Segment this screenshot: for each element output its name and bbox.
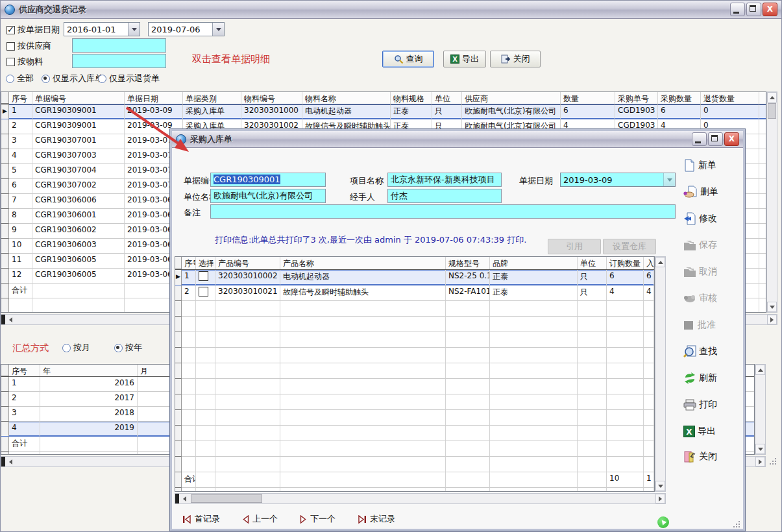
dialog-maximize-button[interactable]: [708, 132, 723, 146]
column-header[interactable]: 单据类别: [183, 92, 241, 104]
project-input[interactable]: 北京永新环保-新奥科技项目: [387, 173, 502, 187]
sidebar-save-button[interactable]: 保存: [683, 237, 743, 254]
view-returns-radio[interactable]: [98, 75, 106, 83]
summary-vscrollbar[interactable]: [755, 364, 766, 455]
sidebar-audit-button[interactable]: 审核: [683, 290, 743, 307]
doc-date-combo[interactable]: 2019-03-09: [560, 173, 676, 187]
row-selector[interactable]: ▶: [1, 104, 9, 119]
scroll-left-button[interactable]: [180, 494, 189, 503]
unit-input[interactable]: 欧施耐电气(北京)有限公司: [210, 189, 326, 203]
column-header[interactable]: 序号: [182, 257, 196, 269]
table-row[interactable]: ▶1320303010002电动机起动器NS2-25 0.1正泰只66: [175, 270, 654, 285]
row-selector[interactable]: [1, 392, 9, 407]
row-selector[interactable]: [1, 269, 9, 284]
date-from-dropdown-button[interactable]: [128, 23, 140, 36]
filter-by-date-checkbox[interactable]: [6, 26, 15, 34]
export-button[interactable]: X 导出: [443, 51, 486, 67]
row-selector[interactable]: [1, 239, 9, 254]
column-header[interactable]: 数量: [561, 92, 615, 104]
row-selector[interactable]: [1, 422, 9, 437]
products-table[interactable]: 序号选择产品编号产品名称规格型号品牌单位订购数量入 ▶1320303010002…: [175, 256, 655, 492]
column-header[interactable]: 品牌: [490, 257, 578, 269]
column-header[interactable]: 产品名称: [280, 257, 446, 269]
scroll-thumb[interactable]: [768, 103, 776, 119]
row-selector[interactable]: [1, 119, 9, 134]
dialog-close-button[interactable]: X: [724, 132, 739, 146]
date-to-dropdown-button[interactable]: [212, 23, 224, 36]
supplier-input[interactable]: [72, 38, 166, 53]
row-selector[interactable]: [1, 224, 9, 239]
column-header[interactable]: 序号: [9, 92, 32, 104]
view-all-radio[interactable]: [6, 75, 14, 83]
window-resize-grip[interactable]: [769, 457, 777, 465]
column-header[interactable]: 采购单号: [615, 92, 658, 104]
sidebar-modify-button[interactable]: 修改: [683, 210, 743, 227]
column-header[interactable]: 物料名称: [302, 92, 391, 104]
column-header[interactable]: 产品编号: [215, 257, 280, 269]
sidebar-print-button[interactable]: 打印: [683, 396, 743, 413]
products-vscrollbar[interactable]: [655, 256, 666, 492]
column-header[interactable]: 供应商: [462, 92, 561, 104]
column-header[interactable]: 入: [644, 257, 654, 269]
table-row[interactable]: 2320303010021故障信号及瞬时辅助触头NS2-FA1010正泰只44: [175, 285, 654, 301]
row-selector[interactable]: [175, 472, 182, 488]
nav-last-button[interactable]: 末记录: [358, 513, 395, 525]
nav-prev-button[interactable]: 上一个: [242, 513, 278, 525]
column-header[interactable]: 选择: [196, 257, 215, 269]
summary-by-month-radio[interactable]: [62, 344, 71, 352]
row-selector[interactable]: [1, 179, 9, 194]
row-selector[interactable]: [1, 209, 9, 224]
nav-next-button[interactable]: 下一个: [300, 513, 336, 525]
scroll-up-button[interactable]: [767, 92, 777, 103]
row-selector[interactable]: ▶: [175, 270, 182, 285]
nav-first-button[interactable]: 首记录: [182, 513, 220, 525]
column-header[interactable]: 序号: [9, 365, 40, 376]
products-hscrollbar[interactable]: [175, 493, 666, 504]
sidebar-new-button[interactable]: 新单: [683, 157, 743, 174]
close-button[interactable]: X: [763, 3, 777, 16]
row-checkbox[interactable]: [199, 271, 208, 281]
scroll-thumb[interactable]: [191, 494, 262, 503]
dialog-minimize-button[interactable]: [692, 132, 707, 146]
table-row[interactable]: 合计101: [175, 472, 654, 488]
row-selector[interactable]: [1, 149, 9, 164]
row-selector[interactable]: [1, 407, 9, 422]
column-header[interactable]: 订购数量: [607, 257, 644, 269]
column-header[interactable]: 年: [40, 365, 138, 376]
date-to-combo[interactable]: 2019-07-06: [148, 22, 225, 36]
row-selector[interactable]: [1, 194, 9, 209]
close-window-button[interactable]: 关闭: [490, 51, 541, 67]
sidebar-delete-button[interactable]: 删单: [683, 184, 743, 200]
column-header[interactable]: 单据日期: [125, 92, 183, 104]
sidebar-find-button[interactable]: 查找: [683, 343, 743, 360]
column-header[interactable]: 物料规格: [391, 92, 432, 104]
row-selector[interactable]: [1, 254, 9, 269]
column-header[interactable]: 单位: [578, 257, 607, 269]
row-selector[interactable]: [1, 284, 9, 298]
view-inbound-radio[interactable]: [42, 75, 50, 83]
material-input[interactable]: [72, 54, 166, 68]
scroll-right-button[interactable]: [655, 494, 665, 503]
scroll-down-button[interactable]: [767, 302, 777, 312]
column-header[interactable]: 规格型号: [446, 257, 490, 269]
doc-no-input[interactable]: CGR190309001: [210, 173, 326, 187]
column-header[interactable]: 物料编号: [241, 92, 302, 104]
row-checkbox[interactable]: [199, 287, 208, 296]
column-header[interactable]: 单据编号: [32, 92, 125, 104]
sidebar-refresh-button[interactable]: 刷新: [683, 370, 743, 387]
minimize-button[interactable]: [730, 3, 745, 16]
scroll-up-button[interactable]: [755, 365, 765, 375]
column-header[interactable]: 单位: [432, 92, 462, 104]
scroll-down-button[interactable]: [655, 481, 665, 491]
column-header[interactable]: 采购数量: [658, 92, 701, 104]
maximize-button[interactable]: [746, 3, 761, 16]
scroll-left-button[interactable]: [6, 457, 16, 466]
scroll-right-button[interactable]: [755, 457, 765, 466]
sidebar-export-button[interactable]: X 导出: [683, 423, 743, 440]
table-row[interactable]: ▶1CGR1903090012019-03-09采购入库单32030301000…: [1, 104, 766, 119]
row-selector[interactable]: [1, 377, 9, 392]
filter-by-supplier-checkbox[interactable]: [6, 42, 15, 51]
records-vscrollbar[interactable]: [766, 91, 777, 313]
set-warehouse-button[interactable]: 设置仓库: [603, 239, 656, 254]
query-button[interactable]: 查询: [382, 51, 434, 67]
